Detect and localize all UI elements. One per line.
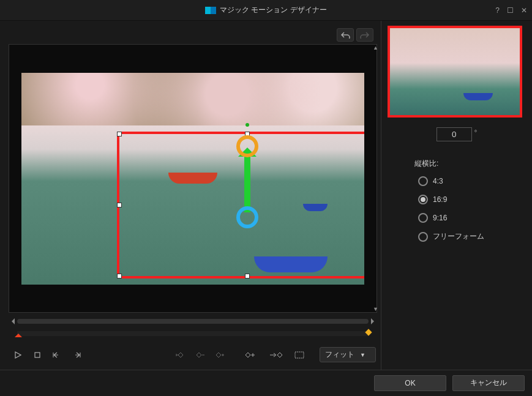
prev-frame-button[interactable] (49, 348, 65, 362)
play-button[interactable] (10, 348, 26, 362)
svg-rect-0 (35, 353, 40, 357)
crop-tool-button[interactable] (291, 348, 307, 362)
aspect-option-9-16[interactable]: 9:16 (418, 213, 526, 223)
rotation-input[interactable] (436, 127, 472, 141)
next-frame-button[interactable] (69, 348, 84, 362)
rotation-handle[interactable] (245, 123, 249, 127)
aspect-ratio-label: 縦横比: (388, 159, 526, 169)
app-icon (205, 7, 216, 14)
help-button[interactable]: ? (495, 6, 500, 15)
stop-button[interactable] (29, 348, 45, 362)
horizontal-scrollbar[interactable] (17, 319, 369, 324)
aspect-ratio-group: 4:3 16:9 9:16 フリーフォーム (388, 176, 526, 242)
close-button[interactable]: ✕ (521, 6, 527, 15)
resize-handle-bc[interactable] (245, 274, 250, 278)
aspect-option-16-9[interactable]: 16:9 (418, 195, 526, 204)
maximize-button[interactable]: ☐ (507, 6, 514, 15)
keyframe-add-button[interactable] (212, 348, 228, 362)
keyframe-prev-button[interactable] (173, 348, 189, 362)
svg-rect-8 (295, 352, 304, 358)
timeline-start-marker[interactable] (15, 330, 22, 337)
result-thumbnail (388, 26, 522, 118)
motion-start-point[interactable] (236, 206, 258, 228)
fit-label: フィット (325, 350, 354, 359)
keyframe-insert-button[interactable] (242, 348, 263, 362)
preview-image (21, 73, 364, 285)
resize-handle-ml[interactable] (117, 203, 122, 207)
resize-handle-bl[interactable] (117, 274, 122, 278)
cancel-button[interactable]: キャンセル (452, 375, 525, 391)
motion-end-point[interactable] (236, 135, 258, 157)
resize-handle-tl[interactable] (117, 132, 122, 136)
motion-path-arrow[interactable] (244, 156, 250, 212)
timeline-end-marker[interactable] (365, 329, 372, 335)
redo-button[interactable] (356, 28, 373, 42)
titlebar: マジック モーション デザイナー ? ☐ ✕ (0, 0, 532, 21)
zoom-fit-select[interactable]: フィット ▼ (320, 347, 376, 362)
ok-button[interactable]: OK (374, 375, 446, 391)
preview-canvas[interactable]: ▲▼ (9, 44, 377, 313)
crop-frame[interactable] (117, 132, 364, 278)
aspect-option-freeform[interactable]: フリーフォーム (418, 231, 526, 242)
keyframe-next-button[interactable] (267, 348, 288, 362)
degree-label: ° (474, 129, 477, 136)
aspect-option-4-3[interactable]: 4:3 (418, 176, 526, 186)
keyframe-remove-button[interactable] (192, 348, 208, 362)
timeline-track[interactable] (17, 331, 369, 336)
undo-button[interactable] (337, 28, 354, 42)
window-title: マジック モーション デザイナー (220, 5, 327, 15)
